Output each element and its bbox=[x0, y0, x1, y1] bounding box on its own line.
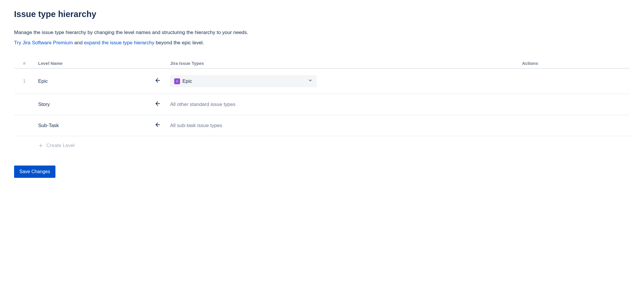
header-actions: Actions bbox=[518, 58, 630, 68]
table-row: 1 Epic Epic bbox=[14, 68, 630, 94]
create-level-row: Create Level bbox=[14, 136, 630, 156]
arrow-left-icon bbox=[155, 77, 161, 84]
header-arrow-spacer bbox=[149, 58, 167, 68]
and-text: and bbox=[73, 40, 84, 45]
create-level-button[interactable]: Create Level bbox=[38, 143, 74, 148]
expand-hierarchy-link[interactable]: expand the issue type hierarchy bbox=[84, 40, 154, 45]
page-title: Issue type hierarchy bbox=[14, 9, 630, 19]
issue-type-text: All sub-task issue types bbox=[170, 123, 222, 128]
arrow-left-icon bbox=[155, 100, 161, 107]
epic-icon bbox=[174, 78, 180, 84]
issue-type-text: All other standard issue types bbox=[170, 102, 235, 107]
level-name-cell[interactable]: Story bbox=[35, 94, 149, 115]
actions-cell bbox=[518, 115, 630, 136]
chevron-down-icon bbox=[308, 78, 313, 84]
table-row: Sub-Task All sub-task issue types bbox=[14, 115, 630, 136]
issue-type-dropdown[interactable]: Epic bbox=[170, 75, 317, 87]
level-name-cell[interactable]: Epic bbox=[35, 68, 149, 94]
issue-type-selected-label: Epic bbox=[182, 78, 192, 84]
page-description-line2: Try Jira Software Premium and expand the… bbox=[14, 39, 630, 47]
hierarchy-table: # Level Name Jira Issue Types Actions 1 … bbox=[14, 58, 630, 156]
row-num: 1 bbox=[14, 68, 35, 94]
create-level-label: Create Level bbox=[46, 143, 74, 148]
actions-cell bbox=[518, 68, 630, 94]
page-description: Manage the issue type hierarchy by chang… bbox=[14, 28, 630, 36]
header-num: # bbox=[14, 58, 35, 68]
row-num bbox=[14, 115, 35, 136]
header-level-name: Level Name bbox=[35, 58, 149, 68]
row-num bbox=[14, 94, 35, 115]
save-button[interactable]: Save Changes bbox=[14, 166, 55, 178]
premium-link[interactable]: Try Jira Software Premium bbox=[14, 40, 73, 45]
table-row: Story All other standard issue types bbox=[14, 94, 630, 115]
header-issue-types: Jira Issue Types bbox=[167, 58, 518, 68]
level-name-cell[interactable]: Sub-Task bbox=[35, 115, 149, 136]
actions-cell bbox=[518, 94, 630, 115]
plus-icon bbox=[38, 143, 43, 148]
beyond-text: beyond the epic level. bbox=[154, 40, 204, 45]
arrow-left-icon bbox=[155, 122, 161, 128]
